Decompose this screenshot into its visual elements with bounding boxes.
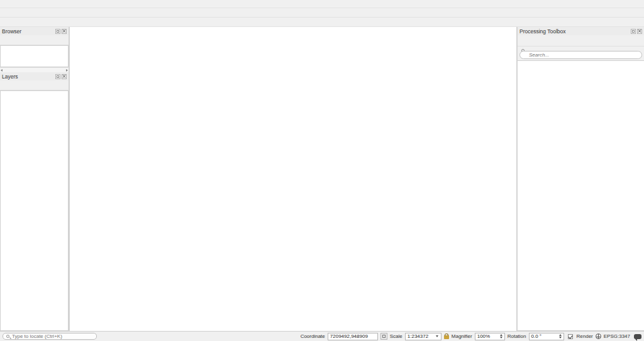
render-checkbox[interactable] (568, 334, 573, 339)
layers-list (0, 90, 69, 331)
magnifier-label: Magnifier (452, 333, 472, 339)
browser-tree (0, 45, 69, 67)
browser-hscrollbar[interactable] (0, 67, 69, 72)
scale-value: 1:234372 (408, 333, 428, 339)
rotation-spinbox[interactable]: 0.0 ° (529, 333, 564, 340)
left-dock: Browser Layers (0, 27, 70, 331)
toronto-da-map[interactable] (70, 27, 514, 331)
layers-float-button[interactable] (55, 74, 60, 79)
browser-panel-title: Browser (2, 28, 21, 35)
scroll-left-icon[interactable] (1, 69, 3, 72)
scale-combobox[interactable]: 1:234372 (405, 333, 441, 340)
locate-search-icon (6, 335, 9, 338)
toolbar-row-2 (0, 18, 644, 27)
magnifier-spinbox[interactable]: 100% (475, 333, 505, 340)
coordinate-field[interactable]: 7209492,948909 (328, 333, 378, 340)
rotation-label: Rotation (508, 333, 526, 339)
map-canvas[interactable] (70, 27, 516, 331)
rotation-up-icon[interactable] (559, 334, 562, 336)
magnifier-value: 100% (477, 333, 490, 339)
processing-toolbox-panel: Processing Toolbox (516, 27, 644, 331)
magnifier-down-icon[interactable] (500, 337, 502, 338)
locator-input[interactable] (3, 333, 97, 340)
processing-panel-title: Processing Toolbox (519, 28, 566, 35)
crs-globe-icon[interactable] (596, 333, 601, 339)
toolbar-row-1 (0, 8, 644, 18)
layers-close-button[interactable] (62, 74, 67, 79)
epsg-status[interactable]: EPSG:3347 (604, 333, 630, 339)
messages-icon[interactable] (634, 334, 641, 339)
status-bar: Coordinate 7209492,948909 Scale 1:234372… (0, 331, 644, 341)
layers-panel-title: Layers (2, 73, 18, 80)
rotation-down-icon[interactable] (559, 337, 562, 338)
workspace: Browser Layers (0, 27, 644, 331)
layers-panel: Layers (0, 72, 69, 331)
magnifier-up-icon[interactable] (500, 334, 502, 336)
browser-panel: Browser (0, 27, 69, 72)
scale-dropdown-icon[interactable] (436, 335, 438, 337)
coordinate-label: Coordinate (301, 333, 325, 339)
toggle-extents-icon[interactable] (380, 333, 387, 340)
menu-bar (0, 0, 644, 8)
processing-search-input[interactable] (519, 51, 642, 59)
processing-algorithm-tree (518, 60, 644, 331)
scale-label: Scale (390, 333, 402, 339)
lock-scale-icon[interactable] (444, 335, 449, 339)
processing-float-button[interactable] (631, 29, 636, 34)
browser-float-button[interactable] (55, 29, 60, 34)
render-label: Render (577, 333, 593, 339)
rotation-value: 0.0 ° (531, 333, 542, 339)
browser-close-button[interactable] (62, 29, 67, 34)
scroll-right-icon[interactable] (66, 69, 68, 72)
processing-close-button[interactable] (637, 29, 642, 34)
